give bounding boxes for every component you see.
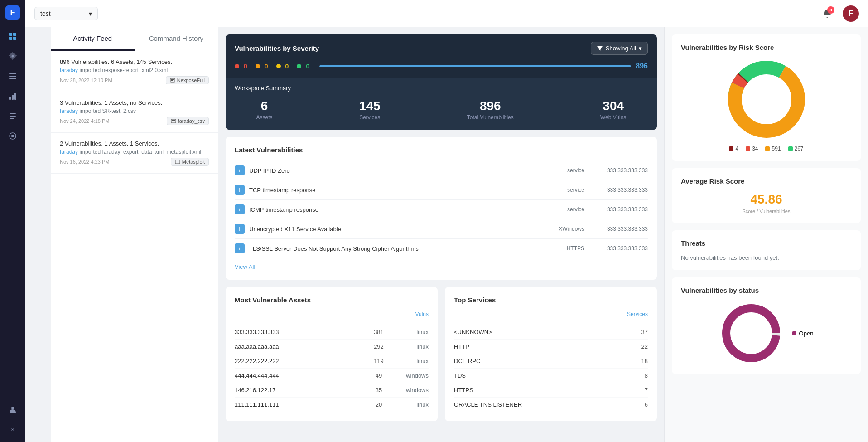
tasks-icon[interactable]	[5, 108, 21, 124]
open-segment	[726, 308, 776, 358]
asset-ip-6: 111.111.111.111	[235, 401, 365, 408]
medium-dot	[276, 64, 281, 68]
low-count: 0	[306, 63, 309, 70]
table-row: i TCP timestamp response service 333.333…	[235, 180, 648, 200]
filter-label: Showing All	[606, 45, 636, 52]
vuln-status-title: Vulnerabilities by status	[681, 287, 852, 294]
total-vulns-stat: 896 Total Vulnerabilities	[467, 99, 514, 121]
medium-legend-value: 591	[772, 146, 781, 152]
high-legend-dot	[746, 146, 750, 151]
services-stat: 145 Services	[359, 99, 381, 121]
divider	[557, 99, 557, 121]
dashboard-icon[interactable]	[5, 28, 21, 44]
vuln-status-card: Vulnerabilities by status Open	[672, 277, 861, 374]
topbar: test ▾ 8 F	[25, 0, 868, 27]
list-item: 2 Vulnerabilities. 1 Assets, 1 Services.…	[51, 133, 218, 174]
asset-count-1: 381	[365, 329, 392, 335]
file-3: faraday_export_data_xml_metasploit.xml	[102, 149, 201, 155]
svg-rect-7	[9, 73, 16, 74]
table-row: ORACLE TNS LISTENER 6	[454, 398, 648, 412]
settings-icon[interactable]	[5, 48, 21, 64]
workspace-selector[interactable]: test ▾	[34, 7, 98, 20]
view-all-button[interactable]: View All	[235, 263, 255, 270]
center-panel: Vulnerabilities by Severity Showing All …	[218, 27, 664, 442]
asset-count-3: 119	[365, 358, 392, 364]
topbar-right: 8 F	[819, 5, 859, 22]
asset-os-5: windows	[392, 387, 429, 393]
asset-count-5: 35	[365, 387, 392, 393]
left-panel: Activity Feed Command History 896 Vulner…	[51, 27, 218, 442]
most-vulnerable-assets-card: Most Vulnerable Assets Vulns 333.333.333…	[226, 287, 438, 421]
table-row: 333.333.333.333 381 linux	[235, 325, 429, 340]
notification-badge: 8	[827, 6, 834, 14]
svg-rect-2	[9, 33, 12, 36]
service-count-6: 6	[625, 401, 648, 408]
open-legend-item: Open	[792, 330, 814, 337]
status-legend: Open	[792, 330, 814, 337]
activity-title-3: 2 Vulnerabilities. 1 Assets, 1 Services.	[60, 140, 209, 147]
asset-ip-3: 222.222.222.222	[235, 358, 365, 364]
avg-risk-card: Average Risk Score 45.86 Score / Vulnera…	[672, 168, 861, 223]
activity-time-1: Nov 28, 2022 12:10 PM	[60, 78, 112, 83]
severity-total: 896	[636, 62, 648, 70]
activity-user-1: faraday imported nexpose-report_xml2.0.x…	[60, 67, 209, 73]
assets-table-header: Vulns	[235, 311, 429, 321]
table-row: 111.111.111.111 20 linux	[235, 398, 429, 412]
critical-legend-dot	[729, 146, 733, 151]
svg-rect-9	[9, 78, 16, 79]
web-vulns-stat: 304 Web Vulns	[600, 99, 626, 121]
asset-ip-1: 333.333.333.333	[235, 329, 365, 335]
analytics-icon[interactable]	[5, 88, 21, 104]
table-row: HTTPS 7	[454, 383, 648, 398]
asset-os-1: linux	[392, 329, 429, 335]
tab-activity-feed[interactable]: Activity Feed	[51, 27, 135, 51]
threats-title: Threats	[681, 239, 852, 247]
service-name-4: TDS	[454, 372, 625, 379]
high-dot	[256, 64, 260, 68]
vuln-severity-icon: i	[235, 224, 245, 234]
sidebar-expand-button[interactable]: »	[5, 421, 21, 437]
integrations-icon[interactable]	[5, 68, 21, 84]
divider	[316, 99, 316, 121]
total-vulns-label: Total Vulnerabilities	[467, 114, 514, 121]
vuln-ip-3: 333.333.333.333	[593, 206, 648, 213]
latest-vulns-title: Latest Vulnerabilities	[235, 146, 648, 154]
asset-ip-2: aaa.aaa.aaa.aaa	[235, 343, 365, 350]
agents-icon[interactable]	[5, 128, 21, 144]
risk-legend: 4 34 591 267	[729, 146, 803, 152]
vuln-severity-icon: i	[235, 204, 245, 214]
critical-legend-value: 4	[735, 146, 738, 152]
table-row: DCE RPC 18	[454, 354, 648, 369]
activity-user-2: faraday imported SR-test_2.csv	[60, 108, 209, 114]
svg-rect-27	[176, 162, 178, 162]
service-count-3: 18	[625, 358, 648, 364]
activity-title-1: 896 Vulnerabilities. 6 Assets, 145 Servi…	[60, 58, 209, 65]
sidebar: F »	[0, 0, 25, 442]
vuln-name-2: TCP timestamp response	[249, 187, 539, 194]
tab-command-history[interactable]: Command History	[135, 27, 218, 51]
main-content: Activity Feed Command History 896 Vulner…	[51, 27, 868, 442]
filter-button[interactable]: Showing All ▾	[591, 42, 648, 55]
asset-os-6: linux	[392, 401, 429, 408]
file-1: nexpose-report_xml2.0.xml	[102, 67, 168, 73]
svg-text:F: F	[10, 8, 15, 17]
vuln-ip-4: 333.333.333.333	[593, 226, 648, 232]
table-row: i TLS/SSL Server Does Not Support Any St…	[235, 239, 648, 258]
file-2: SR-test_2.csv	[102, 108, 136, 114]
notifications-button[interactable]: 8	[819, 5, 835, 22]
svg-rect-4	[9, 37, 12, 40]
total-vulns-value: 896	[467, 99, 514, 113]
user-avatar[interactable]: F	[843, 5, 859, 22]
activity-time-3: Nov 16, 2022 4:23 PM	[60, 159, 109, 165]
vuln-risk-score-card: Vulnerabilities by Risk Score	[672, 34, 861, 161]
web-vulns-label: Web Vulns	[600, 114, 626, 121]
services-table-header: Services	[454, 311, 648, 321]
medium-legend-dot	[765, 146, 770, 151]
low-legend-dot	[788, 146, 793, 151]
table-row: HTTP 22	[454, 340, 648, 354]
users-icon[interactable]	[5, 401, 21, 418]
service-count-2: 22	[625, 343, 648, 350]
vuln-type-5: HTTPS	[539, 245, 584, 252]
svg-rect-8	[9, 76, 16, 77]
threats-empty-message: No vulnerabilities has been found yet.	[681, 254, 852, 261]
